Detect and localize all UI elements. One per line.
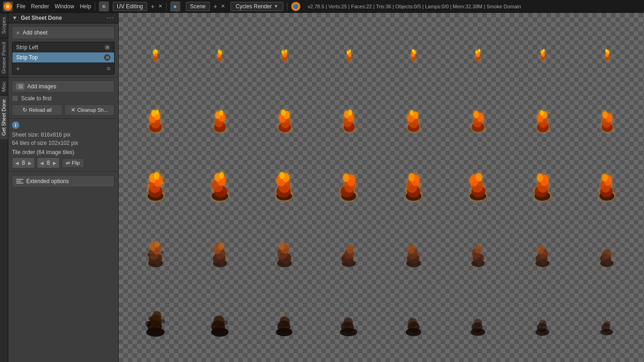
sprite-cell-0-1 [188,22,252,88]
scene-selector[interactable]: Scene [186,2,210,11]
strip-options-button[interactable]: ≡ [107,65,110,72]
sprite-cell-2-4 [381,155,446,221]
svg-point-161 [148,316,152,320]
rows-decrease-button[interactable]: ◀ [39,161,45,166]
rows-increase-button[interactable]: ▶ [52,161,58,166]
left-panel: ▼ Get Sheet Done ··· + Add sheet Strip L… [8,13,119,362]
blender-icon: B [3,1,13,11]
sprite-cell-4-0 [123,287,188,353]
sprite-cell-4-6 [511,287,575,353]
blender-logo: B [4,2,12,11]
sprite-cell-0-6 [511,22,575,88]
svg-point-165 [224,321,228,325]
fire-sprite [528,301,558,339]
svg-point-124 [147,253,150,257]
scene-icon: ◆ [170,1,180,11]
uv-editor[interactable] [119,13,644,362]
menu-bar: File Render Window Help [17,3,91,10]
svg-point-71 [602,111,608,119]
svg-point-130 [218,242,224,251]
svg-point-158 [152,311,161,321]
fire-sprite [205,169,235,205]
fire-sprite [144,40,167,69]
fire-sprite [463,235,493,273]
sprite-cell-0-5 [446,22,510,88]
fire-sprite [208,40,231,69]
sprite-cell-2-2 [253,155,317,221]
svg-point-168 [280,316,290,327]
svg-point-11 [281,50,284,55]
fire-sprite [531,40,554,69]
reload-all-button[interactable]: ↻ Reload all [12,104,63,115]
strip-item-top[interactable]: Strip Top ✕ [12,52,114,63]
fire-sprite [334,301,364,339]
render-engine-selector[interactable]: Cycles Render ▼ [230,2,283,11]
sprite-cell-3-2 [253,220,317,287]
svg-point-102 [419,184,421,186]
sprite-cell-0-0 [123,22,188,88]
fire-sprite [463,169,493,205]
sprite-cell-3-0 [123,220,188,287]
svg-point-174 [408,318,417,327]
panel-title: ▼ Get Sheet Done [12,15,62,21]
vertical-tabs: Scopes Grease Pencil Misc Get Sheet Done [0,13,8,362]
flip-button[interactable]: ⇌ Flip [62,158,84,168]
cols-decrease-button[interactable]: ◀ [14,161,20,166]
workspace-label: UV Editing [117,3,143,10]
svg-point-177 [474,319,482,327]
sprite-cell-0-3 [317,22,381,88]
add-scene-button[interactable]: + [213,3,217,10]
add-sheet-button[interactable]: + Add sheet [12,26,115,39]
tile-cols-input[interactable]: ◀ 8 ▶ [12,157,35,168]
close-scene-button[interactable]: ✕ [221,3,225,9]
tab-misc[interactable]: Misc [0,77,8,96]
fire-sprite [464,104,492,138]
menu-window[interactable]: Window [55,3,75,10]
menu-render[interactable]: Render [31,3,49,10]
cleanup-button[interactable]: ✕ Cleanup Sh... [64,104,115,115]
strip-list: Strip Left ✕ Strip Top ✕ + ≡ [12,42,115,75]
fire-sprite [596,40,619,69]
sprite-cell-1-3 [317,88,381,155]
menu-file[interactable]: File [17,3,25,10]
sprite-cell-2-7 [575,155,639,221]
add-workspace-button[interactable]: + [151,3,155,10]
layout-icon[interactable]: ⊞ [99,1,109,11]
cols-increase-button[interactable]: ▶ [27,161,33,166]
fire-sprite [400,104,427,138]
svg-point-151 [537,245,545,254]
tile-rows-input[interactable]: ◀ 8 ▶ [37,157,60,168]
close-workspace-button[interactable]: ✕ [158,3,162,9]
remove-strip-left-button[interactable]: ✕ [104,44,110,51]
cleanup-icon: ✕ [71,107,75,113]
add-images-button[interactable]: 🖼 Add images [12,80,115,92]
svg-point-183 [604,321,610,327]
sprite-cell-1-7 [575,88,639,155]
action-buttons-row: ↻ Reload all ✕ Cleanup Sh... [12,104,115,115]
add-strip-button[interactable]: + [16,65,20,72]
tab-scopes[interactable]: Scopes [0,13,8,38]
fire-sprite [529,104,557,138]
sprite-cell-2-3 [317,155,381,221]
extended-options-button[interactable]: Extended options [12,175,115,187]
panel-options-button[interactable]: ··· [107,15,115,21]
tab-get-sheet-done[interactable]: Get Sheet Done [0,95,8,139]
tile-count-text: 64 tiles of size 102x102 pix [12,139,115,147]
tab-grease-pencil[interactable]: Grease Pencil [0,38,8,77]
sprite-cell-3-7 [575,220,639,287]
collapse-triangle[interactable]: ▼ [12,15,17,21]
add-images-section: 🖼 Add images Scale to first ↻ Reload all… [8,78,118,119]
menu-help[interactable]: Help [80,3,91,10]
strip-item-left[interactable]: Strip Left ✕ [12,42,114,52]
scale-to-first-checkbox[interactable] [12,95,18,102]
flip-icon: ⇌ [66,160,70,166]
ext-line-1 [16,179,23,180]
fire-sprite [141,301,171,339]
scale-to-first-label: Scale to first [21,95,52,102]
sprite-cell-0-4 [381,22,446,88]
svg-point-164 [213,316,224,327]
svg-point-159 [145,321,151,327]
remove-strip-top-button[interactable]: ✕ [104,54,110,61]
workspace-selector[interactable]: UV Editing [113,2,147,11]
sprite-cell-1-2 [253,88,317,155]
